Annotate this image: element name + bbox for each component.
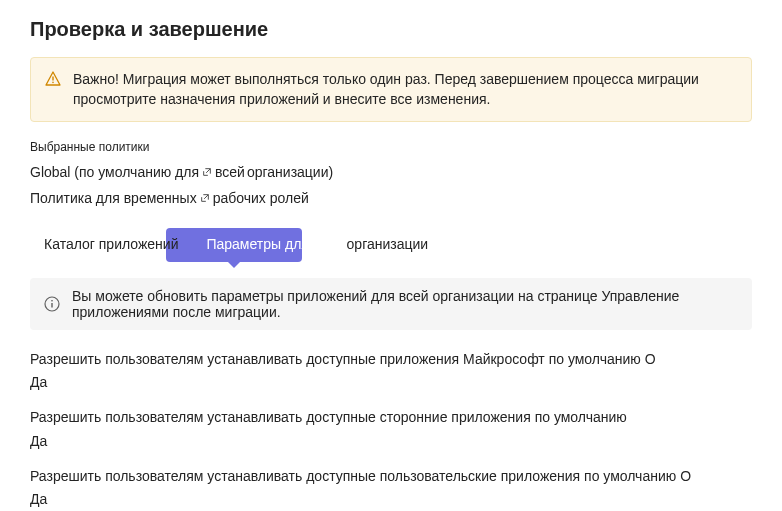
warning-icon — [45, 71, 61, 87]
policy-text-prefix: Global (по умолчанию для — [30, 164, 199, 180]
policy-item-temporary[interactable]: Политика для временных рабочих ролей — [30, 190, 752, 206]
open-link-icon — [201, 166, 213, 178]
info-icon — [44, 296, 60, 312]
policy-text-link: всей — [215, 164, 245, 180]
svg-rect-3 — [51, 303, 52, 308]
open-link-icon — [199, 192, 211, 204]
setting-value: Да — [30, 374, 752, 390]
policy-text-prefix: Политика для временных — [30, 190, 197, 206]
warning-banner: Важно! Миграция может выполняться только… — [30, 57, 752, 122]
setting-custom-apps: Разрешить пользователям устанавливать до… — [30, 467, 752, 507]
page-title: Проверка и завершение — [30, 18, 752, 41]
setting-value: Да — [30, 433, 752, 449]
policy-list: Global (по умолчанию для всей организаци… — [30, 164, 752, 206]
tab-label-post: организации — [343, 236, 428, 252]
svg-rect-4 — [51, 300, 52, 301]
setting-label: Разрешить пользователям устанавливать до… — [30, 467, 752, 485]
tab-org-wide-settings[interactable]: Параметры для всей организации — [192, 228, 442, 262]
policy-text-suffix: рабочих ролей — [213, 190, 309, 206]
setting-value: Да — [30, 491, 752, 507]
setting-third-party-apps: Разрешить пользователям устанавливать до… — [30, 408, 752, 448]
policy-item-global[interactable]: Global (по умолчанию для всей организаци… — [30, 164, 752, 180]
info-banner: Вы можете обновить параметры приложений … — [30, 278, 752, 330]
policy-text-suffix: организации) — [247, 164, 333, 180]
tabs: Каталог приложений Параметры для всей ор… — [30, 228, 752, 262]
warning-text: Важно! Миграция может выполняться только… — [73, 70, 737, 109]
tab-label-highlighted: Параметры для всей — [206, 236, 342, 252]
setting-label: Разрешить пользователям устанавливать до… — [30, 408, 752, 426]
setting-label: Разрешить пользователям устанавливать до… — [30, 350, 752, 368]
svg-rect-1 — [52, 82, 53, 83]
setting-microsoft-apps: Разрешить пользователям устанавливать до… — [30, 350, 752, 390]
info-text: Вы можете обновить параметры приложений … — [72, 288, 738, 320]
tab-app-catalog[interactable]: Каталог приложений — [30, 228, 192, 262]
svg-rect-0 — [52, 77, 53, 81]
selected-policies-label: Выбранные политики — [30, 140, 752, 154]
tab-label: Каталог приложений — [44, 236, 178, 252]
